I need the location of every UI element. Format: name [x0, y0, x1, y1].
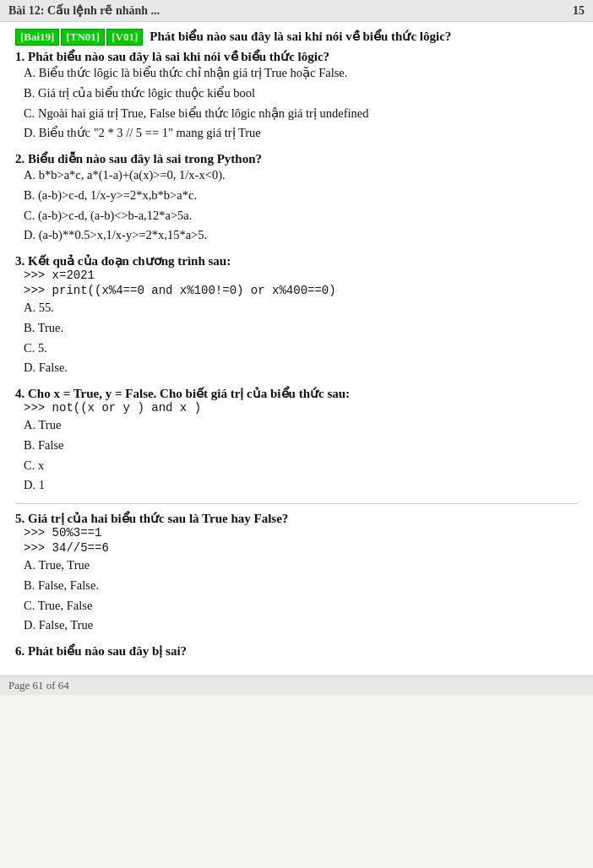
q3-code-1: >>> x=2021	[24, 269, 578, 282]
q5-a-label: A.	[24, 558, 35, 572]
q3-a-label: A.	[24, 301, 35, 314]
q2-option-b: B. (a-b)>c-d, 1/x-y>=2*x,b*b>a*c.	[24, 187, 578, 205]
q1-text: Phát biểu nào sau đây là sai khi nói về …	[28, 50, 329, 63]
q1-option-d: D. Biểu thức "2 * 3 // 5 == 1" mang giá …	[24, 124, 578, 143]
q3-a-text: 55.	[39, 301, 54, 314]
q3-option-c: C. 5.	[24, 339, 578, 358]
q5-a-text: True, True	[38, 558, 90, 572]
q4-option-a: A. True	[24, 416, 578, 435]
q2-option-d: D. (a-b)**0.5>x,1/x-y>=2*x,15*a>5.	[24, 226, 578, 245]
q2-b-label: B.	[24, 188, 35, 202]
q3-code-2: >>> print((x%4==0 and x%100!=0) or x%400…	[24, 284, 578, 297]
q2-option-a: A. b*b>a*c, a*(1-a)+(a(x)>=0, 1/x-x<0).	[24, 166, 578, 185]
q3-option-a: A. 55.	[24, 299, 578, 317]
q4-d-label: D.	[24, 478, 35, 491]
q2-b-text: (a-b)>c-d, 1/x-y>=2*x,b*b>a*c.	[38, 188, 197, 202]
tag-line: [Bai19] [TN01] [V01] Phát biểu nào sau đ…	[15, 29, 578, 46]
q4-c-text: x	[38, 458, 44, 472]
q4-number: 4.	[15, 387, 24, 400]
section-divider	[15, 503, 578, 504]
q1-option-a: A. Biểu thức lôgic là biểu thức chỉ nhận…	[24, 64, 578, 83]
q3-d-text: False.	[39, 361, 68, 374]
q3-c-label: C.	[24, 341, 35, 355]
question-2: 2. Biểu diễn nào sau đây là sai trong Py…	[15, 151, 578, 245]
q4-a-text: True	[38, 418, 61, 431]
tag-bai19: [Bai19]	[15, 29, 59, 46]
q6-text: Phát biểu nào sau đây bị sai?	[28, 644, 187, 658]
q4-text: Cho x = True, y = False. Cho biết giá tr…	[28, 387, 350, 400]
q1-option-b: B. Giá trị của biểu thức lôgic thuộc kiể…	[24, 84, 578, 103]
q1-d-text: Biểu thức "2 * 3 // 5 == 1" mang giá trị…	[39, 126, 261, 139]
q1-header: 1. Phát biểu nào sau đây là sai khi nói …	[15, 49, 578, 64]
q6-number: 6.	[15, 644, 24, 658]
q5-number: 5.	[15, 512, 24, 525]
q4-option-c: C. x	[24, 457, 578, 475]
q2-c-text: (a-b)>c-d, (a-b)<>b-a,12*a>5a.	[38, 209, 192, 222]
q3-number: 3.	[15, 254, 24, 268]
q1-a-label: A.	[24, 66, 35, 79]
q5-text: Giá trị của hai biểu thức sau là True ha…	[28, 512, 288, 525]
bottom-bar: Page 61 of 64	[0, 675, 593, 695]
q5-option-b: B. False, False.	[24, 577, 578, 595]
q5-option-d: D. False, True	[24, 616, 578, 635]
q1-b-text: Giá trị của biểu thức lôgic thuộc kiểu b…	[38, 86, 255, 100]
page-number-label: Page 61 of 64	[8, 679, 69, 692]
q5-b-label: B.	[24, 578, 35, 592]
q2-d-label: D.	[24, 228, 35, 241]
q4-code-1: >>> not((x or y ) and x )	[24, 401, 578, 415]
q1-option-c: C. Ngoài hai giá trị True, False biểu th…	[24, 105, 578, 123]
q3-d-label: D.	[24, 361, 35, 374]
q5-header: 5. Giá trị của hai biểu thức sau là True…	[15, 511, 578, 526]
q5-d-text: False, True	[39, 618, 93, 632]
q4-option-b: B. False	[24, 437, 578, 455]
top-bar-number: 15	[573, 4, 585, 18]
q2-header: 2. Biểu diễn nào sau đây là sai trong Py…	[15, 151, 578, 166]
q4-option-d: D. 1	[24, 476, 578, 495]
question-4: 4. Cho x = True, y = False. Cho biết giá…	[15, 386, 578, 495]
q2-option-c: C. (a-b)>c-d, (a-b)<>b-a,12*a>5a.	[24, 207, 578, 225]
q4-header: 4. Cho x = True, y = False. Cho biết giá…	[15, 386, 578, 401]
q4-d-text: 1	[39, 478, 45, 491]
q1-number: 1.	[15, 50, 24, 63]
q3-text: Kết quả của đoạn chương trình sau:	[28, 254, 231, 268]
q4-c-label: C.	[24, 458, 35, 472]
q5-d-label: D.	[24, 618, 35, 632]
q5-code-2: >>> 34//5==6	[24, 541, 578, 555]
question-main-title: Phát biểu nào sau đây là sai khi nói về …	[150, 29, 451, 46]
q2-text: Biểu diễn nào sau đây là sai trong Pytho…	[28, 152, 262, 165]
q3-option-b: B. True.	[24, 319, 578, 338]
question-3: 3. Kết quả của đoạn chương trình sau: >>…	[15, 253, 578, 377]
q1-a-text: Biểu thức lôgic là biểu thức chỉ nhận gi…	[39, 66, 348, 79]
q3-b-label: B.	[24, 321, 35, 334]
q2-c-label: C.	[24, 209, 35, 222]
top-bar-label: Bài 12: Cấu lệnh rẽ nhánh ...	[8, 3, 160, 18]
main-content: [Bai19] [TN01] [V01] Phát biểu nào sau đ…	[0, 22, 593, 675]
q5-c-label: C.	[24, 599, 35, 612]
question-5: 5. Giá trị của hai biểu thức sau là True…	[15, 511, 578, 635]
q3-header: 3. Kết quả của đoạn chương trình sau:	[15, 253, 578, 269]
q1-c-label: C.	[24, 106, 35, 120]
q2-d-text: (a-b)**0.5>x,1/x-y>=2*x,15*a>5.	[39, 228, 207, 241]
question-1: 1. Phát biểu nào sau đây là sai khi nói …	[15, 49, 578, 143]
q5-code-1: >>> 50%3==1	[24, 526, 578, 540]
tag-v01: [V01]	[106, 29, 143, 46]
q1-c-text: Ngoài hai giá trị True, False biểu thức …	[38, 106, 369, 120]
q5-option-c: C. True, False	[24, 597, 578, 616]
q3-b-text: True.	[38, 321, 64, 334]
q4-b-text: False	[38, 438, 64, 452]
q1-b-label: B.	[24, 86, 35, 100]
q4-a-label: A.	[24, 418, 35, 431]
q2-a-label: A.	[24, 168, 35, 182]
q2-number: 2.	[15, 152, 24, 165]
top-bar: Bài 12: Cấu lệnh rẽ nhánh ... 15	[0, 0, 593, 22]
tag-tn01: [TN01]	[61, 29, 105, 46]
q5-option-a: A. True, True	[24, 556, 578, 575]
q5-b-text: False, False.	[38, 578, 99, 592]
q3-option-d: D. False.	[24, 359, 578, 377]
q3-c-text: 5.	[38, 341, 47, 355]
q4-b-label: B.	[24, 438, 35, 452]
page: Bài 12: Cấu lệnh rẽ nhánh ... 15 [Bai19]…	[0, 0, 593, 695]
q1-d-label: D.	[24, 126, 35, 139]
q2-a-text: b*b>a*c, a*(1-a)+(a(x)>=0, 1/x-x<0).	[39, 168, 226, 182]
question-6: 6. Phát biểu nào sau đây bị sai?	[15, 643, 578, 659]
